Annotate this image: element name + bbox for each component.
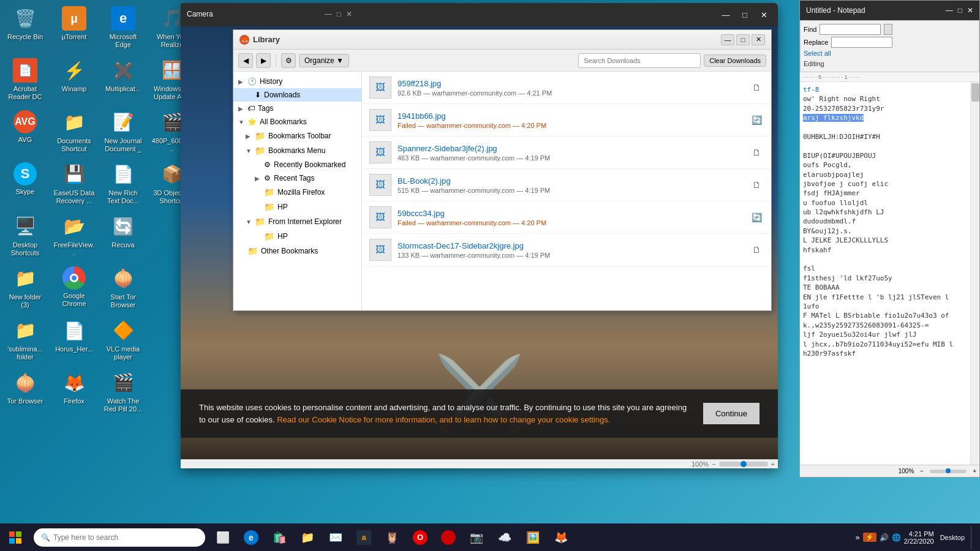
winamp-icon[interactable]: ⚡ Winamp [52, 55, 96, 104]
sidebar-item-recent-tags[interactable]: ▶ ⚙ Recent Tags [233, 171, 361, 185]
notepad-zoom-out-btn[interactable]: − [920, 468, 924, 474]
taskbar-explorer-btn[interactable]: 📁 [296, 526, 319, 549]
taskbar-camera-btn[interactable]: 📷 [465, 526, 488, 549]
taskbar-edge-btn[interactable]: e [239, 526, 263, 549]
sublimina-folder-icon[interactable]: 📁 'sublimina... folder [3, 315, 47, 364]
new-journal-doc-icon[interactable]: 📝 New Journal Document _ [101, 107, 145, 156]
download-retry-btn-2[interactable]: 🔄 [749, 113, 764, 127]
sidebar-item-hp[interactable]: 📁 HP [233, 200, 361, 214]
sidebar-item-mozilla-firefox[interactable]: 📁 Mozilla Firefox [233, 185, 361, 200]
freefileview-icon[interactable]: 📂 FreeFileView... [52, 211, 96, 260]
taskbar-time-display[interactable]: 4:21 PM 2/22/2020 [904, 530, 934, 545]
browser-minimize-btn[interactable]: — [718, 8, 734, 21]
find-input[interactable] [820, 24, 881, 35]
sidebar-item-all-bookmarks[interactable]: ▼ ⭐ All Bookmarks [233, 115, 361, 129]
cookie-continue-btn[interactable]: Continue [703, 403, 760, 424]
taskbar-tripadvisor-btn[interactable]: 🦉 [380, 526, 404, 549]
zoom-slider[interactable] [719, 462, 768, 467]
taskbar-opera2-btn[interactable] [437, 526, 460, 549]
zoom-out-btn[interactable]: − [712, 460, 715, 468]
start-button[interactable] [0, 523, 31, 551]
taskbar-sound-icon[interactable]: 🔊 [880, 533, 889, 542]
library-search-input[interactable] [578, 53, 701, 68]
download-save-btn-3[interactable]: 🗋 [749, 145, 764, 160]
camera-close-btn[interactable]: ✕ [346, 10, 352, 18]
taskbar-mail-btn[interactable]: ✉️ [324, 526, 347, 549]
taskbar-opera-btn[interactable]: O [409, 526, 432, 549]
download-name-3[interactable]: Spannerz-Sidebar3jfe(2).jpg [398, 144, 749, 153]
taskbar-firefox-btn[interactable]: 🦊 [549, 526, 573, 549]
download-save-btn-4[interactable]: 🗋 [749, 178, 764, 192]
library-gear-btn[interactable]: ⚙ [281, 53, 296, 68]
camera-minimize-btn[interactable]: — [325, 10, 332, 18]
taskbar-photos-btn[interactable]: 🖼️ [521, 526, 545, 549]
taskbar-amazon-btn[interactable]: a [352, 526, 375, 549]
start-tor-browser-icon[interactable]: 🧅 Start Tor Browser [101, 263, 145, 312]
library-clear-btn[interactable]: Clear Downloads [704, 54, 766, 67]
library-maximize-btn[interactable]: □ [736, 34, 750, 45]
replace-input[interactable] [831, 37, 892, 48]
download-save-btn-6[interactable]: 🗋 [749, 242, 764, 257]
find-next-btn[interactable] [884, 24, 892, 35]
skype-icon[interactable]: S Skype [3, 159, 47, 208]
notepad-zoom-handle[interactable] [946, 468, 951, 473]
browser-close-btn[interactable]: ✕ [756, 8, 772, 21]
easeus-icon[interactable]: 💾 EaseUS Data Recovery ... [52, 159, 96, 208]
notepad-scrollbar[interactable] [970, 82, 979, 465]
download-save-btn-1[interactable]: 🗋 [749, 80, 764, 95]
sidebar-item-history[interactable]: ▶ 🕐 History [233, 75, 361, 88]
utorrent-icon[interactable]: µ µTorrent [52, 3, 96, 52]
taskbar-network-icon[interactable]: 🌐 [892, 533, 901, 542]
sidebar-item-other-bookmarks[interactable]: 📁 Other Bookmarks [233, 244, 361, 258]
notepad-maximize-btn[interactable]: □ [958, 6, 962, 15]
download-name-2[interactable]: 1941bb66.jpg [398, 111, 749, 121]
acrobat-reader-icon[interactable]: 📄 Acrobat Reader DC [3, 55, 47, 104]
vlc-media-player-icon[interactable]: 🔶 VLC media player [101, 315, 145, 364]
download-name-4[interactable]: BL-Book(2).jpg [398, 176, 749, 186]
search-input[interactable] [53, 533, 198, 542]
sidebar-item-bookmarks-toolbar[interactable]: ▶ 📁 Bookmarks Toolbar [233, 129, 361, 143]
taskbar-store-btn[interactable]: 🛍️ [268, 526, 291, 549]
cookie-notice-link[interactable]: Read our Cookie Notice for more informat… [277, 415, 610, 424]
recycle-bin-icon[interactable]: 🗑️ Recycle Bin [3, 3, 47, 52]
taskbar-show-more-btn[interactable]: » [855, 533, 859, 542]
multiplicator-icon[interactable]: ✖️ Multiplicat... [101, 55, 145, 104]
sidebar-item-bookmarks-menu[interactable]: ▼ 📁 Bookmarks Menu [233, 143, 361, 158]
microsoft-edge-icon[interactable]: e Microsoft Edge [101, 3, 145, 52]
zoom-handle[interactable] [741, 461, 747, 467]
notepad-zoom-slider[interactable] [930, 470, 967, 473]
library-organize-btn[interactable]: Organize ▼ [299, 54, 349, 67]
desktop-shortcuts-icon[interactable]: 🖥️ Desktop Shortcuts [3, 211, 47, 260]
documents-shortcut-icon[interactable]: 📁 Documents Shortcut [52, 107, 96, 156]
browser-scrollbar-bottom[interactable]: 100% − + [181, 459, 778, 468]
browser-maximize-btn[interactable]: □ [737, 8, 753, 21]
camera-maximize-btn[interactable]: □ [337, 10, 341, 18]
new-rich-text-icon[interactable]: 📄 New Rich Text Doc... [101, 159, 145, 208]
taskbar-desktop-btn[interactable]: Desktop [937, 534, 968, 541]
sidebar-item-downloads[interactable]: ⬇ Downloads [233, 88, 361, 102]
google-chrome-icon[interactable]: Google Chrome [52, 263, 96, 312]
download-name-6[interactable]: Stormcast-Dec17-Sidebar2kjgre.jpg [398, 241, 749, 250]
library-back-btn[interactable]: ◀ [238, 53, 253, 68]
download-name-5[interactable]: 59bccc34.jpg [398, 209, 749, 218]
taskbar-task-view-btn[interactable]: ⬜ [211, 526, 235, 549]
library-forward-btn[interactable]: ▶ [256, 53, 271, 68]
sidebar-item-hp-ie[interactable]: 📁 HP [233, 229, 361, 244]
notepad-zoom-in-btn[interactable]: + [973, 468, 976, 474]
firefox-icon[interactable]: 🦊 Firefox [52, 367, 96, 416]
sidebar-item-from-ie[interactable]: ▼ 📁 From Internet Explorer [233, 214, 361, 229]
download-name-1[interactable]: 959ff218.jpg [398, 79, 749, 88]
sidebar-item-tags[interactable]: ▶ 🏷 Tags [233, 102, 361, 115]
select-all-link[interactable]: Select all [804, 50, 831, 57]
notepad-minimize-btn[interactable]: — [946, 6, 953, 15]
horus-her-icon[interactable]: 📄 Horus_Her... [52, 315, 96, 364]
notepad-body[interactable]: tf-8 ow' Right now Right 20-2532705823r7… [800, 82, 979, 465]
download-retry-btn-5[interactable]: 🔄 [749, 210, 764, 225]
sidebar-item-recently-bookmarked[interactable]: ⚙ Recently Bookmarked [233, 158, 361, 171]
notepad-scroll-thumb[interactable] [971, 83, 979, 102]
avg-icon[interactable]: AVG AVG [3, 107, 47, 156]
watch-red-pill-icon[interactable]: 🎬 Watch The Red Pill 20... [101, 367, 145, 416]
tor-browser-icon[interactable]: 🧅 Tor Browser [3, 367, 47, 416]
library-minimize-btn[interactable]: — [721, 34, 734, 45]
recuva-icon[interactable]: 🔄 Recuva [101, 211, 145, 260]
